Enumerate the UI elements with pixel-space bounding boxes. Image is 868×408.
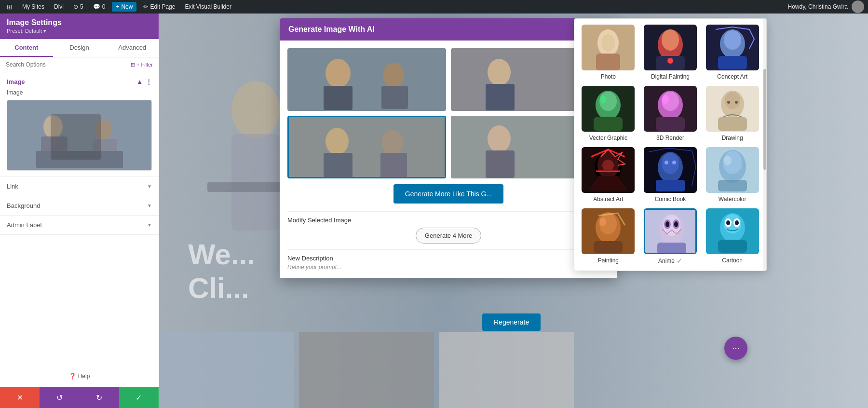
regenerate-container: Regenerate xyxy=(482,313,541,331)
tab-advanced[interactable]: Advanced xyxy=(106,39,159,57)
save-button[interactable]: ✓ xyxy=(119,387,159,408)
modify-label: Modify Selected Image xyxy=(287,217,610,224)
svg-point-24 xyxy=(488,59,511,86)
svg-point-60 xyxy=(727,101,730,104)
style-thumb-concept-art xyxy=(706,25,759,70)
style-item-drawing[interactable]: Drawing xyxy=(704,86,760,141)
panel-tabs: Content Design Advanced xyxy=(0,39,159,57)
new-link[interactable]: + New xyxy=(112,2,136,12)
comments-link[interactable]: 💬 0 xyxy=(90,2,108,11)
painting-svg xyxy=(582,208,635,254)
style-item-painting[interactable]: Painting xyxy=(580,208,637,265)
style-item-photo[interactable]: Photo xyxy=(580,25,637,80)
svg-rect-62 xyxy=(718,117,747,131)
style-item-cartoon[interactable]: Cartoon xyxy=(704,208,760,265)
undo-button[interactable]: ↺ xyxy=(40,387,79,408)
photo-svg xyxy=(582,25,635,70)
background-section-title: Background xyxy=(7,202,40,209)
generated-image-3[interactable] xyxy=(287,116,446,178)
admin-label-section-header[interactable]: Admin Label ▼ xyxy=(0,216,159,234)
style-item-concept-art[interactable]: Concept Art xyxy=(704,25,760,80)
edit-page-link[interactable]: ✏ Edit Page xyxy=(140,2,178,11)
divi-link[interactable]: Divi xyxy=(51,2,67,11)
style-item-3d-render[interactable]: 3D Render xyxy=(642,86,699,141)
svg-rect-25 xyxy=(486,84,515,110)
section-menu-icon[interactable]: ⋮ xyxy=(146,78,152,85)
watercolor-svg xyxy=(706,147,759,193)
gen-img-1-svg xyxy=(287,48,446,111)
bottom-actions: ✕ ↺ ↻ ✓ xyxy=(0,387,159,408)
panel-title: Image Settings xyxy=(7,18,152,27)
svg-rect-36 xyxy=(596,54,620,70)
search-input[interactable] xyxy=(6,61,127,68)
style-thumb-comic-book xyxy=(644,147,697,193)
style-thumb-digital-painting xyxy=(644,25,697,70)
panel-footer: ❓ Help xyxy=(0,365,159,387)
style-item-watercolor[interactable]: Watercolor xyxy=(704,147,760,203)
style-thumb-drawing xyxy=(706,86,759,132)
style-thumb-vector-graphic xyxy=(582,86,635,132)
generate-4-more-button[interactable]: Generate 4 More xyxy=(416,228,481,244)
style-name-cartoon: Cartoon xyxy=(722,257,743,264)
style-item-digital-painting[interactable]: Digital Painting xyxy=(642,25,699,80)
style-thumb-3d-render xyxy=(644,86,697,132)
collapse-icon[interactable]: ▲ xyxy=(136,78,143,85)
modal-title: Generate Image With AI xyxy=(288,25,375,33)
style-name-drawing: Drawing xyxy=(722,135,743,141)
cartoon-svg xyxy=(706,208,759,254)
svg-rect-28 xyxy=(324,153,353,178)
generate-image-modal: Generate Image With AI xyxy=(280,18,617,278)
floating-menu-button[interactable]: ··· xyxy=(724,337,747,360)
image-section-title: Image xyxy=(7,78,25,85)
style-item-anime[interactable]: Anime ✓ xyxy=(642,208,699,265)
regenerate-button[interactable]: Regenerate xyxy=(482,313,541,331)
image-preview[interactable] xyxy=(7,100,152,171)
search-bar: ⊞ + Filter xyxy=(0,57,159,72)
generated-image-1[interactable] xyxy=(287,48,446,111)
redo-button[interactable]: ↻ xyxy=(80,387,119,408)
svg-point-76 xyxy=(724,156,732,165)
svg-rect-30 xyxy=(380,153,407,178)
filter-button[interactable]: ⊞ + Filter xyxy=(131,62,153,68)
image-section: Image ▲ ⋮ Image xyxy=(0,72,159,177)
scrollbar-thumb[interactable] xyxy=(763,69,766,170)
svg-rect-51 xyxy=(594,117,623,131)
vector-graphic-svg xyxy=(582,86,635,132)
help-icon: ❓ xyxy=(69,373,76,380)
panel-preset[interactable]: Preset: Default ▾ xyxy=(7,28,152,34)
svg-rect-77 xyxy=(718,180,747,191)
section-controls: ▲ ⋮ xyxy=(136,78,152,85)
style-thumb-watercolor xyxy=(706,147,759,193)
style-name-anime: Anime xyxy=(658,258,675,264)
modify-section: Modify Selected Image Generate 4 More xyxy=(287,217,610,244)
svg-point-70 xyxy=(665,161,668,164)
svg-point-55 xyxy=(662,95,669,104)
help-link[interactable]: ❓ Help xyxy=(69,373,90,380)
style-name-vector-graphic: Vector Graphic xyxy=(589,135,627,141)
style-name-painting: Painting xyxy=(598,257,619,264)
anime-check-icon: ✓ xyxy=(677,257,682,265)
cancel-button[interactable]: ✕ xyxy=(0,387,40,408)
background-section-header[interactable]: Background ▼ xyxy=(0,196,159,215)
tab-content[interactable]: Content xyxy=(0,39,53,57)
my-sites-link[interactable]: My Sites xyxy=(19,2,47,11)
updates-link[interactable]: ⊙ 5 xyxy=(70,2,86,11)
svg-point-50 xyxy=(600,95,606,103)
svg-rect-56 xyxy=(656,117,685,131)
svg-rect-98 xyxy=(718,240,747,253)
image-section-header[interactable]: Image ▲ ⋮ xyxy=(0,72,159,89)
generate-more-container: Generate More Like This G... xyxy=(287,184,610,204)
new-description-section: New Description Refine your prompt... xyxy=(287,255,610,271)
link-section-title: Link xyxy=(7,183,18,190)
style-item-comic-book[interactable]: Comic Book xyxy=(642,147,699,203)
style-item-abstract-art[interactable]: Abstract Art xyxy=(580,147,637,203)
style-item-vector-graphic[interactable]: Vector Graphic xyxy=(580,86,637,141)
generate-more-button[interactable]: Generate More Like This G... xyxy=(393,184,503,204)
svg-point-96 xyxy=(726,220,730,225)
svg-point-40 xyxy=(662,29,679,51)
tab-design[interactable]: Design xyxy=(53,39,106,57)
exit-builder-link[interactable]: Exit Visual Builder xyxy=(182,2,234,11)
svg-text:Cli...: Cli... xyxy=(188,272,249,304)
wordpress-icon[interactable]: ⊞ xyxy=(4,2,15,12)
link-section-header[interactable]: Link ▼ xyxy=(0,177,159,196)
